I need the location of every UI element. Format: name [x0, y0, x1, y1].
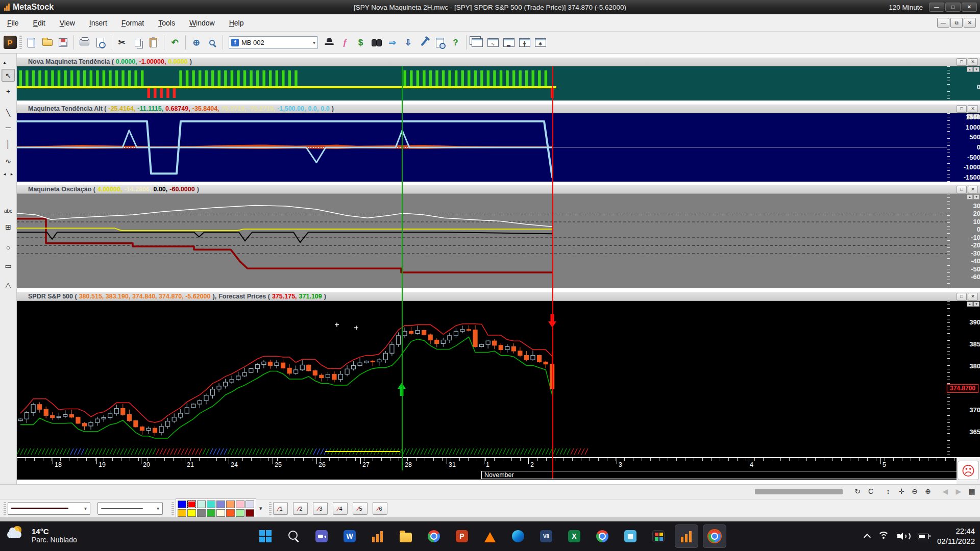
cut-button[interactable]: ✂	[114, 35, 130, 51]
line-style-combo[interactable]: ▾	[8, 502, 90, 515]
chart-template-button-2[interactable]: ∕2	[293, 502, 308, 515]
panel-scroll-down-button[interactable]: ▼	[973, 67, 979, 72]
color-swatch[interactable]	[226, 500, 235, 508]
connector-button[interactable]	[416, 35, 432, 51]
color-swatch[interactable]	[216, 500, 225, 508]
menu-format[interactable]: Format	[114, 15, 151, 31]
color-swatch[interactable]	[207, 500, 215, 508]
panel-maximize-button[interactable]: □	[957, 293, 967, 300]
panel-maximize-button[interactable]: □	[957, 186, 967, 193]
file-explorer-button[interactable]	[394, 524, 418, 548]
menu-view[interactable]: View	[53, 15, 82, 31]
scroll-left-tool[interactable]: ◂	[2, 168, 8, 180]
menu-window[interactable]: Window	[182, 15, 222, 31]
search-button[interactable]	[282, 524, 305, 548]
panel-close-button[interactable]: ✕	[968, 58, 978, 66]
recalc-button[interactable]: C	[865, 486, 877, 497]
color-swatch[interactable]	[207, 509, 215, 517]
rectangle-tool[interactable]: ▭	[2, 259, 15, 272]
panel-plot-spdr[interactable]	[17, 301, 947, 457]
panel-plot-oscilacao[interactable]	[17, 194, 947, 288]
panel-close-button[interactable]: ✕	[968, 105, 978, 113]
color-swatch[interactable]	[178, 509, 186, 517]
trendline-tool[interactable]: ╲	[2, 106, 15, 119]
scroll-right-tool[interactable]: ▸	[9, 168, 15, 180]
context-help-button[interactable]: ?	[448, 35, 463, 51]
panel-plot-tendencia[interactable]	[17, 66, 947, 101]
chart-template-button-1[interactable]: ∕1	[273, 502, 288, 515]
move-button[interactable]: ✛	[895, 486, 908, 497]
scroll-up-tool[interactable]: ▴	[2, 57, 8, 68]
color-swatch[interactable]	[187, 500, 196, 508]
chrome-profile-button[interactable]	[591, 524, 614, 548]
panel-scroll-up-button[interactable]: ▲	[967, 194, 973, 199]
edge-button[interactable]	[506, 524, 530, 548]
panel-maximize-button[interactable]: □	[957, 105, 967, 113]
metastock-button[interactable]	[366, 524, 389, 548]
new-chart-button[interactable]	[23, 35, 39, 51]
formula-combo[interactable]: fMB 002▾	[229, 36, 318, 49]
panel-close-button[interactable]: ✕	[968, 186, 978, 193]
chart-template-button-4[interactable]: ∕4	[333, 502, 348, 515]
tray-chevron-icon[interactable]	[864, 534, 871, 541]
panel-scroll-up-button[interactable]: ▲	[967, 67, 973, 72]
color-swatch[interactable]	[236, 509, 244, 517]
vertical-line-tool[interactable]: │	[2, 138, 15, 151]
triangle-tool[interactable]: △	[2, 278, 15, 291]
maximize-button[interactable]: □	[945, 3, 961, 12]
panel-scroll-down-button[interactable]: ▼	[973, 302, 979, 307]
menu-tools[interactable]: Tools	[151, 15, 182, 31]
print-button[interactable]	[77, 35, 92, 51]
zoom-out-button[interactable]: ⊖	[909, 486, 921, 497]
panel-scroll-down-button[interactable]: ▼	[973, 194, 979, 199]
color-swatch[interactable]	[226, 509, 235, 517]
zoom-in-button[interactable]: ⊕	[922, 486, 934, 497]
word-button[interactable]: W	[338, 524, 361, 548]
chart-template-button-5[interactable]: ∕5	[353, 502, 368, 515]
preview-window-button[interactable]: ▂	[501, 35, 517, 51]
excel-button[interactable]: X	[562, 524, 586, 548]
list-button[interactable]: ▤	[966, 486, 978, 497]
text-tool[interactable]: abc	[2, 205, 15, 217]
menu-help[interactable]: Help	[222, 15, 251, 31]
crosshair-tool[interactable]: +	[2, 85, 15, 97]
explorer-button[interactable]	[369, 35, 384, 51]
cascade-windows-button[interactable]	[469, 35, 485, 51]
menu-insert[interactable]: Insert	[82, 15, 114, 31]
color-swatch[interactable]	[236, 500, 244, 508]
copy-button[interactable]	[130, 35, 145, 51]
v8-button[interactable]: V8	[534, 524, 558, 548]
weather-widget[interactable]: 14°C Parc. Nublado	[6, 525, 77, 545]
chrome-active-button[interactable]	[703, 524, 726, 548]
volume-icon[interactable]	[897, 532, 910, 541]
forecaster-button[interactable]: ⇒	[384, 35, 400, 51]
window-options-button[interactable]: ✱	[532, 35, 548, 51]
mdi-restore-button[interactable]: ⧉	[950, 18, 963, 28]
status-sad-icon[interactable]: ☹	[958, 461, 979, 480]
line-weight-combo[interactable]: ▾	[97, 502, 163, 515]
chat-button[interactable]	[310, 524, 333, 548]
color-swatch[interactable]	[246, 509, 254, 517]
expert-advisor-button[interactable]	[321, 35, 337, 51]
pointer-tool[interactable]: ↖	[2, 69, 15, 82]
paste-button[interactable]	[145, 35, 161, 51]
color-swatch[interactable]	[216, 509, 225, 517]
undo-button[interactable]: ↶	[167, 35, 183, 51]
color-swatch[interactable]	[246, 500, 254, 508]
system-tester-button[interactable]: $	[353, 35, 369, 51]
refresh-button[interactable]: ↻	[851, 486, 864, 497]
tile-windows-button[interactable]: ╋	[517, 35, 532, 51]
polyline-tool[interactable]: ∿	[2, 155, 15, 167]
panel-plot-tendencia-alt[interactable]	[17, 113, 947, 182]
panel-maximize-button[interactable]: □	[957, 58, 967, 66]
chart-template-button-6[interactable]: ∕6	[373, 502, 387, 515]
color-swatch[interactable]	[187, 509, 196, 517]
report-button[interactable]	[432, 35, 448, 51]
chrome-button[interactable]	[422, 524, 446, 548]
clock[interactable]: 22:44 02/11/2022	[937, 526, 975, 547]
mdi-close-button[interactable]: ✕	[964, 18, 976, 28]
mdi-minimize-button[interactable]: —	[937, 18, 949, 28]
color-swatch[interactable]	[197, 500, 206, 508]
ellipse-tool[interactable]: ○	[2, 241, 15, 254]
powerpoint-button[interactable]: P	[450, 524, 474, 548]
